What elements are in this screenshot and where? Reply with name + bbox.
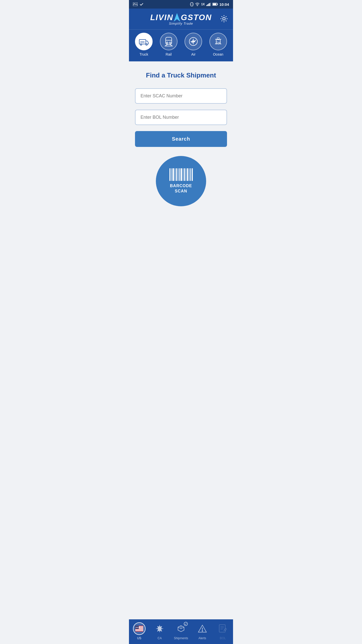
tab-rail-label: Rail — [166, 52, 172, 56]
network-type: 1X — [201, 3, 205, 6]
wifi-icon — [195, 3, 200, 6]
search-button[interactable]: Search — [135, 131, 227, 147]
check-icon — [140, 3, 144, 6]
main-content: Find a Truck Shipment Search — [129, 61, 233, 216]
svg-rect-7 — [207, 4, 208, 6]
svg-rect-2 — [191, 3, 193, 6]
svg-point-5 — [197, 6, 198, 6]
truck-icon — [139, 37, 149, 46]
logo-arrow-icon — [173, 13, 181, 22]
tab-air-label: Air — [191, 52, 196, 56]
gear-icon — [220, 15, 228, 23]
svg-rect-8 — [208, 4, 209, 6]
svg-line-26 — [169, 44, 172, 46]
svg-rect-13 — [213, 4, 216, 5]
air-icon-circle — [185, 33, 202, 50]
svg-point-24 — [169, 42, 171, 44]
settings-button[interactable] — [220, 15, 228, 23]
tab-ocean-label: Ocean — [213, 52, 223, 56]
ocean-icon — [213, 37, 223, 46]
tab-truck-label: Truck — [140, 52, 148, 56]
status-bar: 1X 10:04 — [129, 0, 233, 9]
status-left-icons — [133, 3, 144, 6]
svg-marker-14 — [174, 13, 180, 22]
svg-rect-6 — [206, 5, 207, 6]
clock: 10:04 — [219, 2, 229, 7]
app-logo: LIVIN GSTON Simplify Trade — [150, 13, 212, 25]
transport-tabs: Truck Rail — [129, 29, 233, 61]
barcode-icon — [169, 168, 193, 181]
ocean-icon-circle — [209, 33, 227, 50]
tab-rail[interactable]: Rail — [160, 33, 177, 56]
svg-point-17 — [140, 44, 142, 45]
svg-rect-9 — [209, 3, 210, 6]
status-right-icons: 1X 10:04 — [190, 2, 229, 7]
svg-point-23 — [166, 42, 168, 44]
logo-subtitle: Simplify Trade — [169, 22, 193, 25]
image-icon — [133, 3, 138, 6]
truck-icon-circle — [135, 33, 153, 50]
barcode-scan-label: BARCODE SCAN — [170, 183, 192, 194]
svg-line-25 — [165, 44, 168, 46]
air-icon — [189, 37, 198, 46]
rail-icon-circle — [160, 33, 177, 50]
svg-rect-12 — [217, 4, 218, 5]
svg-point-18 — [146, 44, 147, 45]
vibrate-icon — [190, 2, 194, 7]
signal-icon — [206, 3, 211, 6]
svg-rect-16 — [139, 39, 146, 44]
barcode-scan-button[interactable]: BARCODE SCAN — [156, 156, 206, 206]
tab-ocean[interactable]: Ocean — [209, 33, 227, 56]
battery-icon — [212, 3, 218, 6]
app-header: LIVIN GSTON Simplify Trade — [129, 9, 233, 29]
tab-air[interactable]: Air — [185, 33, 202, 56]
svg-rect-10 — [210, 3, 211, 6]
bol-input[interactable] — [135, 110, 227, 125]
logo-wordmark: LIVIN GSTON — [150, 13, 212, 22]
tab-truck[interactable]: Truck — [135, 33, 153, 56]
scac-input[interactable] — [135, 88, 227, 104]
svg-point-15 — [223, 17, 225, 20]
rail-icon — [164, 37, 173, 46]
search-title: Find a Truck Shipment — [135, 71, 227, 79]
barcode-scan-area: BARCODE SCAN — [135, 156, 227, 206]
